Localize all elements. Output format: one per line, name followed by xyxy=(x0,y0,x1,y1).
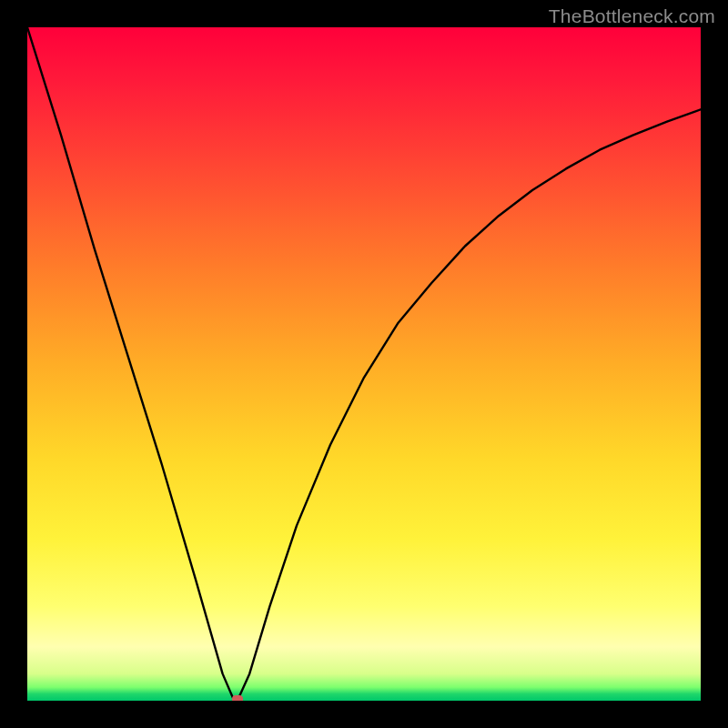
bottleneck-curve xyxy=(27,27,701,701)
chart-frame: TheBottleneck.com xyxy=(0,0,728,728)
watermark-text: TheBottleneck.com xyxy=(549,5,715,27)
plot-area xyxy=(27,27,701,701)
optimal-point-marker xyxy=(232,695,243,701)
